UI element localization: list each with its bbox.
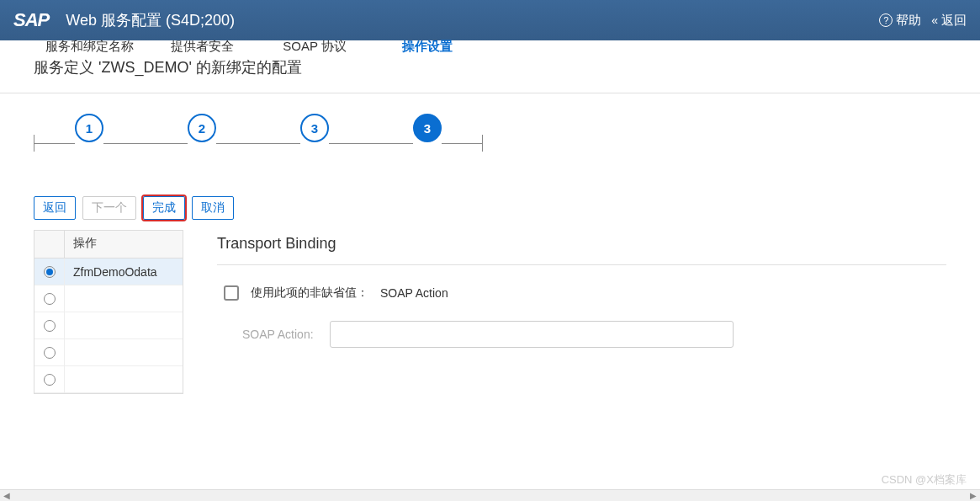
scroll-left-icon[interactable]: ◀ — [0, 490, 13, 501]
back-button[interactable]: 返回 — [34, 196, 76, 220]
cancel-button[interactable]: 取消 — [192, 196, 234, 220]
scroll-right-icon[interactable]: ▶ — [967, 490, 980, 501]
back-link[interactable]: « 返回 — [931, 13, 967, 29]
wizard-step-3[interactable]: 3 — [300, 114, 329, 142]
help-link[interactable]: ? 帮助 — [879, 13, 921, 29]
radio-input[interactable] — [44, 266, 56, 278]
app-header: SAP Web 服务配置 (S4D;200) ? 帮助 « 返回 — [0, 0, 980, 40]
checkbox-value: SOAP Action — [380, 286, 448, 300]
finish-button[interactable]: 完成 — [143, 196, 185, 220]
horizontal-scrollbar[interactable]: ◀ ▶ — [0, 489, 980, 501]
wizard-nav: 1 服务和绑定名称 2 提供者安全 3 SOAP 协议 3 操作设置 — [0, 93, 980, 189]
table-header-radio-col — [34, 231, 65, 258]
table-header-label: 操作 — [65, 231, 183, 258]
radio-input[interactable] — [44, 374, 56, 386]
back-chevron-icon: « — [931, 13, 935, 27]
wizard-step-2[interactable]: 2 — [188, 114, 216, 142]
table-row[interactable] — [34, 339, 183, 366]
wizard-step-1[interactable]: 1 — [75, 114, 103, 142]
help-icon: ? — [879, 13, 893, 27]
detail-panel: Transport Binding 使用此项的非缺省值： SOAP Action… — [217, 230, 946, 394]
watermark: CSDN @X档案库 — [882, 472, 967, 488]
table-row[interactable] — [34, 312, 183, 339]
wizard-step-3-label: SOAP 协议 — [283, 39, 347, 55]
table-row[interactable]: ZfmDemoOdata — [34, 258, 183, 285]
soap-action-input[interactable] — [330, 321, 734, 348]
operation-name: ZfmDemoOdata — [65, 265, 183, 279]
operations-table: 操作 ZfmDemoOdata — [34, 230, 183, 394]
radio-input[interactable] — [44, 293, 56, 305]
wizard-step-4-label: 操作设置 — [402, 39, 453, 55]
wizard-step-4[interactable]: 3 — [413, 114, 442, 142]
radio-input[interactable] — [44, 320, 56, 332]
detail-title: Transport Binding — [217, 230, 946, 265]
page-title: 服务定义 'ZWS_DEMO' 的新绑定的配置 — [0, 40, 980, 93]
sap-logo: SAP — [13, 9, 49, 31]
header-title: Web 服务配置 (S4D;200) — [66, 10, 879, 30]
wizard-step-1-label: 服务和绑定名称 — [45, 39, 134, 55]
next-button: 下一个 — [82, 196, 136, 220]
action-bar: 返回 下一个 完成 取消 — [0, 189, 980, 230]
table-row[interactable] — [34, 366, 183, 393]
non-default-checkbox[interactable] — [224, 285, 239, 301]
table-row[interactable] — [34, 285, 183, 312]
radio-input[interactable] — [44, 347, 56, 359]
wizard-step-2-label: 提供者安全 — [171, 39, 234, 55]
soap-action-label: SOAP Action: — [242, 328, 318, 341]
checkbox-label: 使用此项的非缺省值： — [251, 285, 368, 301]
